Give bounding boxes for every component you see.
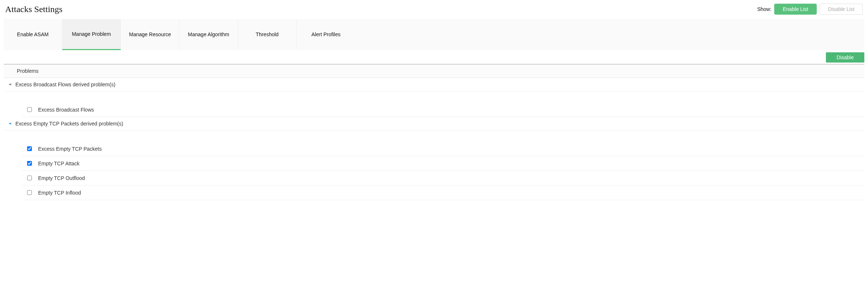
tab-bar: Enable ASAM Manage Problem Manage Resour… <box>4 19 864 50</box>
page-title: Attacks Settings <box>5 4 63 14</box>
tab-manage-resource[interactable]: Manage Resource <box>121 19 179 50</box>
item-label: Empty TCP Inflood <box>38 190 81 196</box>
table-header-problems: Problems <box>4 64 864 78</box>
disable-list-button[interactable]: Disable List <box>820 4 863 15</box>
list-item: Empty TCP Outflood <box>22 171 864 185</box>
item-label: Empty TCP Outflood <box>38 175 85 181</box>
checkbox-excess-broadcast-flows[interactable] <box>27 107 32 112</box>
tab-threshold[interactable]: Threshold <box>238 19 297 50</box>
list-item: Empty TCP Attack <box>22 156 864 171</box>
list-item: Excess Empty TCP Packets <box>22 142 864 156</box>
problems-table: Problems Excess Broadcast Flows derived … <box>4 64 864 200</box>
checkbox-empty-tcp-outflood[interactable] <box>27 176 32 180</box>
show-label: Show: <box>757 6 771 12</box>
list-item: Excess Broadcast Flows <box>22 102 864 117</box>
item-label: Excess Broadcast Flows <box>38 107 94 113</box>
item-label: Empty TCP Attack <box>38 161 79 166</box>
tab-alert-profiles[interactable]: Alert Profiles <box>297 19 355 50</box>
list-item: Empty TCP Inflood <box>22 185 864 200</box>
checkbox-empty-tcp-inflood[interactable] <box>27 190 32 195</box>
tab-enable-asam[interactable]: Enable ASAM <box>4 19 62 50</box>
group-row-empty-tcp[interactable]: Excess Empty TCP Packets derived problem… <box>4 117 864 131</box>
caret-down-icon <box>9 84 12 86</box>
disable-button[interactable]: Disable <box>826 52 864 63</box>
caret-down-icon <box>9 123 12 125</box>
group-items-broadcast: Excess Broadcast Flows <box>4 91 864 117</box>
group-row-broadcast[interactable]: Excess Broadcast Flows derived problem(s… <box>4 78 864 91</box>
checkbox-excess-empty-tcp-packets[interactable] <box>27 146 32 151</box>
show-toggle-group: Show: Enable List Disable List <box>757 4 863 15</box>
group-label: Excess Empty TCP Packets derived problem… <box>15 121 123 127</box>
group-items-empty-tcp: Excess Empty TCP Packets Empty TCP Attac… <box>4 131 864 200</box>
tab-manage-problem[interactable]: Manage Problem <box>62 19 121 50</box>
enable-list-button[interactable]: Enable List <box>774 4 816 15</box>
tab-manage-algorithm[interactable]: Manage Algorithm <box>179 19 238 50</box>
item-label: Excess Empty TCP Packets <box>38 146 102 152</box>
group-label: Excess Broadcast Flows derived problem(s… <box>15 82 115 87</box>
checkbox-empty-tcp-attack[interactable] <box>27 161 32 166</box>
